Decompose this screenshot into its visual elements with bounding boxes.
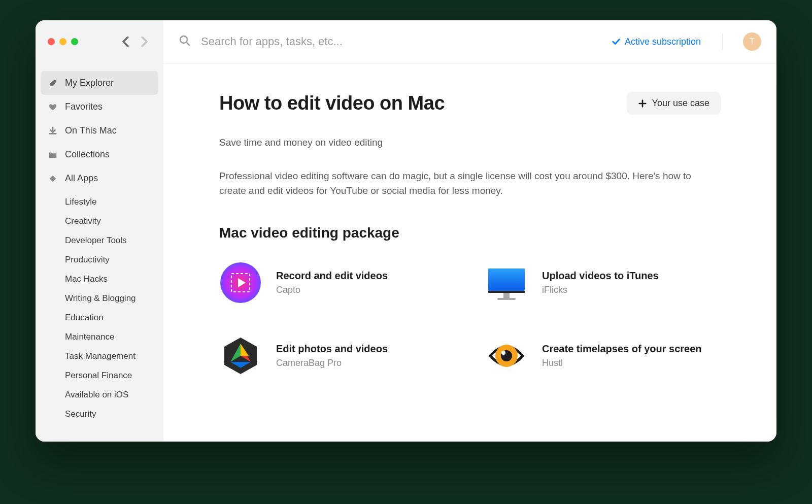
subscription-status[interactable]: Active subscription bbox=[612, 37, 701, 47]
sidebar-item-label: On This Mac bbox=[65, 125, 117, 136]
page-title: How to edit video on Mac bbox=[219, 92, 445, 114]
svg-rect-6 bbox=[488, 268, 525, 291]
app-window: My Explorer Favorites On This Mac Collec… bbox=[36, 20, 776, 442]
search-icon bbox=[179, 35, 191, 49]
sidebar-category-lifestyle[interactable]: Lifestyle bbox=[41, 192, 158, 212]
sidebar-item-all-apps[interactable]: All Apps bbox=[41, 166, 158, 190]
svg-rect-8 bbox=[503, 293, 510, 298]
plus-icon bbox=[638, 99, 647, 108]
article-subtitle: Save time and money on video editing bbox=[219, 137, 721, 148]
iflicks-icon bbox=[485, 261, 528, 304]
traffic-lights bbox=[48, 38, 78, 45]
app-card-name: Capto bbox=[276, 285, 388, 295]
topbar: Active subscription T bbox=[163, 20, 776, 63]
capto-icon bbox=[219, 261, 262, 304]
app-card-name: Hustl bbox=[542, 358, 702, 368]
heading-row: How to edit video on Mac Your use case bbox=[219, 92, 721, 115]
window-titlebar bbox=[36, 31, 163, 52]
section-title: Mac video editing package bbox=[219, 225, 721, 241]
sidebar-item-label: All Apps bbox=[65, 173, 98, 184]
sidebar-nav: My Explorer Favorites On This Mac Collec… bbox=[36, 71, 163, 424]
chevron-right-icon bbox=[141, 37, 148, 47]
sidebar-category-personal-finance[interactable]: Personal Finance bbox=[41, 366, 158, 385]
sidebar-categories: Lifestyle Creativity Developer Tools Pro… bbox=[36, 192, 163, 424]
hustl-icon bbox=[485, 334, 528, 377]
nav-history-buttons bbox=[119, 35, 151, 49]
app-card-title: Edit photos and videos bbox=[276, 343, 388, 355]
sidebar-item-collections[interactable]: Collections bbox=[41, 143, 158, 166]
download-icon bbox=[48, 126, 58, 136]
camerabag-pro-icon bbox=[219, 334, 262, 377]
sidebar: My Explorer Favorites On This Mac Collec… bbox=[36, 20, 163, 442]
app-card-capto[interactable]: Record and edit videos Capto bbox=[219, 261, 455, 304]
close-window-button[interactable] bbox=[48, 38, 55, 45]
app-card-title: Create timelapses of your screen bbox=[542, 343, 702, 355]
main-pane: Active subscription T How to edit video … bbox=[163, 20, 776, 442]
folder-icon bbox=[48, 150, 58, 159]
fullscreen-window-button[interactable] bbox=[71, 38, 78, 45]
subscription-status-label: Active subscription bbox=[625, 37, 701, 47]
content: How to edit video on Mac Your use case S… bbox=[163, 63, 776, 397]
sidebar-category-developer-tools[interactable]: Developer Tools bbox=[41, 231, 158, 250]
check-icon bbox=[612, 37, 621, 46]
sidebar-category-task-management[interactable]: Task Management bbox=[41, 347, 158, 366]
sidebar-item-label: Favorites bbox=[65, 102, 103, 112]
sidebar-category-education[interactable]: Education bbox=[41, 308, 158, 327]
app-card-iflicks[interactable]: Upload videos to iTunes iFlicks bbox=[485, 261, 721, 304]
user-avatar[interactable]: T bbox=[743, 32, 761, 51]
svg-point-17 bbox=[501, 351, 505, 355]
sidebar-category-mac-hacks[interactable]: Mac Hacks bbox=[41, 270, 158, 289]
svg-line-2 bbox=[187, 43, 190, 46]
svg-rect-0 bbox=[50, 175, 56, 182]
nav-forward-button[interactable] bbox=[137, 35, 151, 49]
sidebar-item-label: Collections bbox=[65, 149, 110, 160]
app-card-name: iFlicks bbox=[542, 285, 659, 295]
sidebar-category-available-on-ios[interactable]: Available on iOS bbox=[41, 385, 158, 405]
svg-rect-7 bbox=[488, 291, 525, 293]
svg-rect-9 bbox=[497, 298, 516, 300]
sidebar-category-maintenance[interactable]: Maintenance bbox=[41, 327, 158, 347]
app-card-title: Record and edit videos bbox=[276, 270, 388, 282]
app-card-name: CameraBag Pro bbox=[276, 358, 388, 368]
sidebar-item-my-explorer[interactable]: My Explorer bbox=[41, 71, 158, 95]
sidebar-item-on-this-mac[interactable]: On This Mac bbox=[41, 119, 158, 143]
add-use-case-button[interactable]: Your use case bbox=[627, 92, 721, 115]
leaf-icon bbox=[48, 79, 58, 88]
app-card-title: Upload videos to iTunes bbox=[542, 270, 659, 282]
app-card-hustl[interactable]: Create timelapses of your screen Hustl bbox=[485, 334, 721, 377]
chevron-left-icon bbox=[122, 37, 129, 47]
sidebar-category-writing-blogging[interactable]: Writing & Blogging bbox=[41, 289, 158, 308]
sidebar-category-creativity[interactable]: Creativity bbox=[41, 212, 158, 231]
sidebar-item-label: My Explorer bbox=[65, 78, 114, 88]
add-use-case-label: Your use case bbox=[652, 98, 709, 109]
search-input[interactable] bbox=[200, 35, 602, 49]
minimize-window-button[interactable] bbox=[59, 38, 66, 45]
heart-icon bbox=[48, 103, 58, 112]
sidebar-item-favorites[interactable]: Favorites bbox=[41, 95, 158, 119]
app-card-camerabag-pro[interactable]: Edit photos and videos CameraBag Pro bbox=[219, 334, 455, 377]
apps-grid: Record and edit videos Capto bbox=[219, 261, 721, 377]
article-body: Professional video editing software can … bbox=[219, 169, 712, 198]
sidebar-category-security[interactable]: Security bbox=[41, 405, 158, 424]
sidebar-category-productivity[interactable]: Productivity bbox=[41, 250, 158, 270]
divider bbox=[722, 33, 723, 50]
nav-back-button[interactable] bbox=[119, 35, 133, 49]
diamond-icon bbox=[48, 174, 58, 183]
